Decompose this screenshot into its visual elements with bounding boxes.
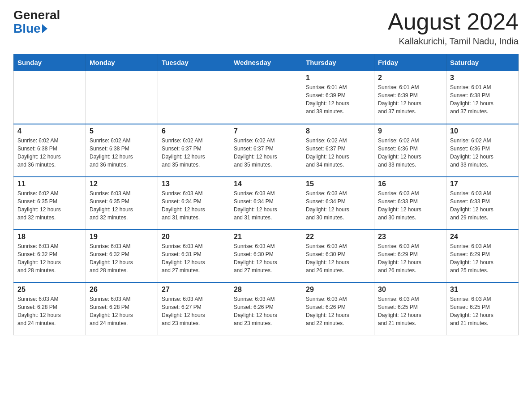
col-header-thursday: Thursday [302,54,374,71]
day-number: 2 [378,74,442,82]
calendar-cell: 9Sunrise: 6:02 AM Sunset: 6:36 PM Daylig… [374,124,446,177]
day-info: Sunrise: 6:03 AM Sunset: 6:28 PM Dayligh… [90,295,154,327]
day-number: 17 [450,180,515,188]
day-info: Sunrise: 6:03 AM Sunset: 6:34 PM Dayligh… [162,189,226,222]
day-info: Sunrise: 6:03 AM Sunset: 6:29 PM Dayligh… [450,242,515,274]
calendar-cell: 27Sunrise: 6:03 AM Sunset: 6:27 PM Dayli… [158,283,230,335]
day-number: 26 [90,286,154,294]
day-info: Sunrise: 6:02 AM Sunset: 6:38 PM Dayligh… [90,137,154,169]
day-info: Sunrise: 6:03 AM Sunset: 6:25 PM Dayligh… [378,295,442,327]
day-info: Sunrise: 6:03 AM Sunset: 6:34 PM Dayligh… [306,189,370,222]
day-info: Sunrise: 6:02 AM Sunset: 6:35 PM Dayligh… [17,189,82,222]
day-info: Sunrise: 6:03 AM Sunset: 6:33 PM Dayligh… [450,189,515,222]
calendar-cell: 21Sunrise: 6:03 AM Sunset: 6:30 PM Dayli… [230,230,302,283]
calendar-table: SundayMondayTuesdayWednesdayThursdayFrid… [13,54,519,335]
day-number: 9 [378,127,442,135]
day-number: 7 [234,127,298,135]
location-subtitle: Kallakurichi, Tamil Nadu, India [388,36,519,47]
day-number: 5 [90,127,154,135]
calendar-cell [230,71,302,124]
calendar-cell: 8Sunrise: 6:02 AM Sunset: 6:37 PM Daylig… [302,124,374,177]
day-info: Sunrise: 6:02 AM Sunset: 6:37 PM Dayligh… [234,137,298,169]
calendar-cell: 15Sunrise: 6:03 AM Sunset: 6:34 PM Dayli… [302,177,374,230]
day-info: Sunrise: 6:02 AM Sunset: 6:37 PM Dayligh… [162,137,226,169]
day-number: 31 [450,286,515,294]
day-number: 27 [162,286,226,294]
calendar-cell: 20Sunrise: 6:03 AM Sunset: 6:31 PM Dayli… [158,230,230,283]
calendar-cell: 16Sunrise: 6:03 AM Sunset: 6:33 PM Dayli… [374,177,446,230]
day-number: 19 [90,233,154,241]
page-header: General Blue August 2024 Kallakurichi, T… [13,9,519,47]
day-number: 23 [378,233,442,241]
calendar-cell: 24Sunrise: 6:03 AM Sunset: 6:29 PM Dayli… [446,230,519,283]
day-number: 29 [306,286,370,294]
day-number: 3 [450,74,515,82]
title-block: August 2024 Kallakurichi, Tamil Nadu, In… [388,9,519,47]
day-info: Sunrise: 6:03 AM Sunset: 6:30 PM Dayligh… [306,242,370,274]
calendar-cell: 7Sunrise: 6:02 AM Sunset: 6:37 PM Daylig… [230,124,302,177]
col-header-sunday: Sunday [14,54,86,71]
logo-blue-text: Blue [13,21,47,36]
col-header-saturday: Saturday [446,54,519,71]
calendar-cell: 25Sunrise: 6:03 AM Sunset: 6:28 PM Dayli… [14,283,86,335]
calendar-cell: 22Sunrise: 6:03 AM Sunset: 6:30 PM Dayli… [302,230,374,283]
day-number: 14 [234,180,298,188]
day-info: Sunrise: 6:03 AM Sunset: 6:26 PM Dayligh… [306,295,370,327]
calendar-cell: 26Sunrise: 6:03 AM Sunset: 6:28 PM Dayli… [86,283,158,335]
calendar-cell: 11Sunrise: 6:02 AM Sunset: 6:35 PM Dayli… [14,177,86,230]
calendar-cell: 17Sunrise: 6:03 AM Sunset: 6:33 PM Dayli… [446,177,519,230]
calendar-cell: 2Sunrise: 6:01 AM Sunset: 6:39 PM Daylig… [374,71,446,124]
month-year-title: August 2024 [388,9,519,34]
day-number: 24 [450,233,515,241]
calendar-cell [158,71,230,124]
calendar-cell [86,71,158,124]
calendar-cell: 28Sunrise: 6:03 AM Sunset: 6:26 PM Dayli… [230,283,302,335]
calendar-cell: 23Sunrise: 6:03 AM Sunset: 6:29 PM Dayli… [374,230,446,283]
calendar-cell: 3Sunrise: 6:01 AM Sunset: 6:38 PM Daylig… [446,71,519,124]
calendar-cell [14,71,86,124]
day-number: 22 [306,233,370,241]
col-header-tuesday: Tuesday [158,54,230,71]
day-info: Sunrise: 6:02 AM Sunset: 6:37 PM Dayligh… [306,137,370,169]
day-number: 11 [17,180,82,188]
day-number: 4 [17,127,82,135]
calendar-cell: 4Sunrise: 6:02 AM Sunset: 6:38 PM Daylig… [14,124,86,177]
day-info: Sunrise: 6:03 AM Sunset: 6:26 PM Dayligh… [234,295,298,327]
calendar-cell: 1Sunrise: 6:01 AM Sunset: 6:39 PM Daylig… [302,71,374,124]
day-info: Sunrise: 6:03 AM Sunset: 6:29 PM Dayligh… [378,242,442,274]
col-header-monday: Monday [86,54,158,71]
day-number: 1 [306,74,370,82]
day-info: Sunrise: 6:03 AM Sunset: 6:34 PM Dayligh… [234,189,298,222]
logo-triangle-icon [42,24,47,33]
calendar-cell: 10Sunrise: 6:02 AM Sunset: 6:36 PM Dayli… [446,124,519,177]
day-info: Sunrise: 6:03 AM Sunset: 6:27 PM Dayligh… [162,295,226,327]
logo-general-text: General [13,9,60,21]
day-number: 13 [162,180,226,188]
calendar-cell: 14Sunrise: 6:03 AM Sunset: 6:34 PM Dayli… [230,177,302,230]
day-number: 6 [162,127,226,135]
day-number: 21 [234,233,298,241]
day-info: Sunrise: 6:03 AM Sunset: 6:33 PM Dayligh… [378,189,442,222]
logo: General Blue [13,9,60,36]
calendar-cell: 6Sunrise: 6:02 AM Sunset: 6:37 PM Daylig… [158,124,230,177]
day-info: Sunrise: 6:01 AM Sunset: 6:38 PM Dayligh… [450,83,515,116]
day-info: Sunrise: 6:02 AM Sunset: 6:36 PM Dayligh… [378,137,442,169]
day-info: Sunrise: 6:03 AM Sunset: 6:25 PM Dayligh… [450,295,515,327]
day-info: Sunrise: 6:02 AM Sunset: 6:36 PM Dayligh… [450,137,515,169]
day-number: 20 [162,233,226,241]
col-header-wednesday: Wednesday [230,54,302,71]
calendar-cell: 12Sunrise: 6:03 AM Sunset: 6:35 PM Dayli… [86,177,158,230]
day-number: 30 [378,286,442,294]
day-info: Sunrise: 6:03 AM Sunset: 6:30 PM Dayligh… [234,242,298,274]
calendar-cell: 19Sunrise: 6:03 AM Sunset: 6:32 PM Dayli… [86,230,158,283]
day-info: Sunrise: 6:01 AM Sunset: 6:39 PM Dayligh… [306,83,370,116]
day-info: Sunrise: 6:03 AM Sunset: 6:28 PM Dayligh… [17,295,82,327]
day-number: 28 [234,286,298,294]
day-number: 25 [17,286,82,294]
day-info: Sunrise: 6:03 AM Sunset: 6:35 PM Dayligh… [90,189,154,222]
calendar-cell: 29Sunrise: 6:03 AM Sunset: 6:26 PM Dayli… [302,283,374,335]
calendar-cell: 5Sunrise: 6:02 AM Sunset: 6:38 PM Daylig… [86,124,158,177]
day-info: Sunrise: 6:03 AM Sunset: 6:32 PM Dayligh… [17,242,82,274]
day-number: 16 [378,180,442,188]
calendar-cell: 30Sunrise: 6:03 AM Sunset: 6:25 PM Dayli… [374,283,446,335]
